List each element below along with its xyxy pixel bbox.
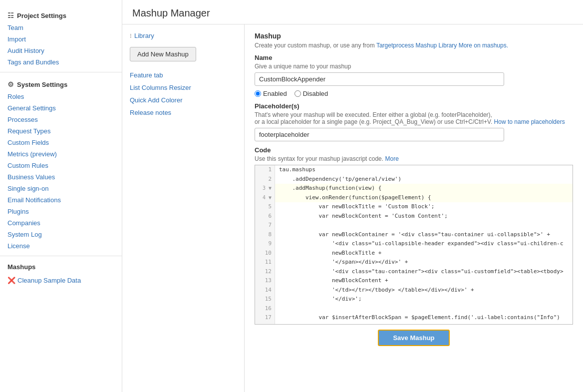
project-settings-heading: ☷ Project Settings bbox=[0, 7, 122, 22]
sidebar-project-items: TeamImportAudit HistoryTags and Bundles bbox=[0, 22, 122, 68]
code-line-number: 18 bbox=[255, 323, 275, 325]
mashup-heading: Mashup bbox=[255, 32, 573, 40]
sidebar-item-companies[interactable]: Companies bbox=[0, 217, 122, 229]
code-line-number: 4 ▼ bbox=[255, 193, 275, 203]
code-line: 17 var $insertAfterBlockSpan = $pageElem… bbox=[255, 313, 573, 323]
code-line: 3 ▼ .addMashup(function(view) { bbox=[255, 184, 573, 193]
code-line: 9 '<div class="ui-collapsible-header exp… bbox=[255, 239, 573, 249]
code-more-link[interactable]: More bbox=[385, 155, 398, 162]
sidebar: ☷ Project Settings TeamImportAudit Histo… bbox=[0, 0, 122, 392]
code-editor[interactable]: 1tau.mashups2 .addDependency('tp/general… bbox=[255, 165, 573, 325]
code-line-number: 7 bbox=[255, 221, 275, 230]
code-line: 6 var newBlockContent = 'Custom Content'… bbox=[255, 212, 573, 221]
name-sublabel: Give a unique name to your mashup bbox=[255, 63, 573, 70]
sidebar-item-system-log[interactable]: System Log bbox=[0, 229, 122, 240]
library-item-quick-add[interactable]: Quick Add Colorer bbox=[122, 94, 244, 106]
code-line: 10 newBlockTitle + bbox=[255, 249, 573, 258]
library-item-feature-tab[interactable]: Feature tab bbox=[122, 69, 244, 81]
sidebar-item-metrics[interactable]: Metrics (preview) bbox=[0, 148, 122, 160]
code-line-content: '</div>'; bbox=[275, 295, 573, 304]
sidebar-divider-2 bbox=[0, 256, 122, 256]
disabled-radio[interactable] bbox=[294, 90, 301, 97]
sidebar-item-tags-bundles[interactable]: Tags and Bundles bbox=[0, 56, 122, 68]
code-line-number: 2 bbox=[255, 175, 275, 184]
library-item-release-notes[interactable]: Release notes bbox=[122, 106, 244, 119]
cleanup-sample-data[interactable]: ❌ Cleanup Sample Data bbox=[0, 274, 122, 287]
mashup-name-input[interactable] bbox=[255, 72, 504, 86]
how-to-name-link[interactable]: How to name placeholders bbox=[494, 118, 565, 125]
project-settings-icon: ☷ bbox=[7, 11, 14, 19]
sidebar-item-request-types[interactable]: Request Types bbox=[0, 125, 122, 137]
main-content: Mashup Manager ⁝ Library Add New Mashup … bbox=[122, 0, 583, 392]
name-label: Name bbox=[255, 54, 573, 61]
save-area: Save Mashup bbox=[255, 325, 573, 351]
code-line-content: view.onRender(function($pageElement) { bbox=[275, 193, 573, 203]
code-line-number: 10 bbox=[255, 249, 275, 258]
sidebar-item-general-settings[interactable]: General Settings bbox=[0, 102, 122, 114]
code-line-content bbox=[275, 221, 573, 230]
enabled-disabled-group: Enabled Disabled bbox=[255, 90, 573, 97]
content-area: ⁝ Library Add New Mashup Feature tabList… bbox=[122, 24, 583, 392]
code-line-number: 9 bbox=[255, 239, 275, 249]
code-line-content bbox=[275, 304, 573, 314]
page-header: Mashup Manager bbox=[122, 0, 583, 24]
code-line-number: 15 bbox=[255, 295, 275, 304]
sidebar-item-team[interactable]: Team bbox=[0, 22, 122, 33]
code-line-number: 14 bbox=[255, 286, 275, 295]
code-line: 16 bbox=[255, 304, 573, 314]
code-line-content: '<div class="ui-collapsible-header expan… bbox=[275, 239, 573, 249]
code-line-content: '</td></tr></tbody> </table></div></div>… bbox=[275, 286, 573, 295]
code-section: Code Use this syntax for your mashup jav… bbox=[255, 146, 573, 325]
enabled-radio[interactable] bbox=[255, 90, 261, 97]
sidebar-item-custom-fields[interactable]: Custom Fields bbox=[0, 137, 122, 148]
code-line-content: var newBlockContainer = '<div class="tau… bbox=[275, 230, 573, 240]
code-line: 18 var $insertAfterBlockContainer = $ins… bbox=[255, 323, 573, 325]
code-line: 11 '</span></div></div>' + bbox=[255, 258, 573, 267]
sidebar-item-audit-history[interactable]: Audit History bbox=[0, 45, 122, 56]
code-line: 8 var newBlockContainer = '<div class="t… bbox=[255, 230, 573, 240]
save-mashup-button[interactable]: Save Mashup bbox=[378, 330, 449, 346]
sidebar-item-business-values[interactable]: Business Values bbox=[0, 171, 122, 183]
code-line-content: .addMashup(function(view) { bbox=[275, 184, 573, 193]
targetprocess-library-link[interactable]: Targetprocess Mashup Library bbox=[376, 42, 457, 49]
sidebar-divider-1 bbox=[0, 72, 122, 72]
code-line-content: var $insertAfterBlockSpan = $pageElement… bbox=[275, 313, 573, 323]
system-settings-icon: ⚙ bbox=[7, 80, 14, 88]
code-line: 5 var newBlockTitle = 'Custom Block'; bbox=[255, 202, 573, 212]
code-line-content: var newBlockContent = 'Custom Content'; bbox=[275, 212, 573, 221]
disabled-radio-label[interactable]: Disabled bbox=[294, 90, 328, 97]
code-line-number: 1 bbox=[255, 165, 275, 175]
sidebar-item-sso[interactable]: Single sign-on bbox=[0, 183, 122, 194]
enabled-radio-label[interactable]: Enabled bbox=[255, 90, 287, 97]
placeholder-input[interactable] bbox=[255, 128, 504, 141]
mashups-label: Mashups bbox=[0, 260, 122, 274]
sidebar-item-license[interactable]: License bbox=[0, 240, 122, 252]
code-line-number: 17 bbox=[255, 313, 275, 323]
code-desc: Use this syntax for your mashup javascri… bbox=[255, 155, 573, 162]
sidebar-item-import[interactable]: Import bbox=[0, 33, 122, 45]
code-line: 7 bbox=[255, 221, 573, 230]
code-line-number: 11 bbox=[255, 258, 275, 267]
placeholder-desc: That's where your mashup will be execute… bbox=[255, 111, 573, 125]
code-line-number: 8 bbox=[255, 230, 275, 240]
code-line-number: 5 bbox=[255, 202, 275, 212]
mashup-description: Create your custom mashup, or use any fr… bbox=[255, 42, 573, 49]
code-line-content: newBlockContent + bbox=[275, 276, 573, 286]
code-line-number: 6 bbox=[255, 212, 275, 221]
add-mashup-button[interactable]: Add New Mashup bbox=[130, 47, 196, 61]
sidebar-item-custom-rules[interactable]: Custom Rules bbox=[0, 160, 122, 171]
library-link[interactable]: Library bbox=[134, 32, 154, 39]
code-line: 1tau.mashups bbox=[255, 165, 573, 175]
library-item-list-columns[interactable]: List Columns Resizer bbox=[122, 81, 244, 94]
sidebar-item-processes[interactable]: Processes bbox=[0, 114, 122, 125]
code-line-number: 12 bbox=[255, 267, 275, 277]
library-items-container: Feature tabList Columns ResizerQuick Add… bbox=[122, 69, 244, 119]
more-on-mashups-link[interactable]: More on mashups. bbox=[459, 42, 508, 49]
sidebar-item-plugins[interactable]: Plugins bbox=[0, 206, 122, 217]
cleanup-link[interactable]: ❌ Cleanup Sample Data bbox=[7, 277, 114, 284]
library-header: ⁝ Library bbox=[122, 29, 244, 44]
library-panel: ⁝ Library Add New Mashup Feature tabList… bbox=[122, 24, 245, 392]
code-line-content: '</span></div></div>' + bbox=[275, 258, 573, 267]
sidebar-item-roles[interactable]: Roles bbox=[0, 91, 122, 102]
sidebar-item-email-notifications[interactable]: Email Notifications bbox=[0, 194, 122, 206]
